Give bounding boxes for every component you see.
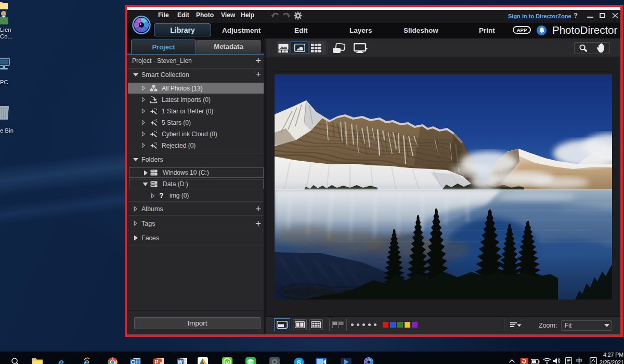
svg-text:W: W bbox=[178, 359, 183, 364]
svg-text:U: U bbox=[226, 360, 229, 364]
svg-text:S: S bbox=[297, 359, 302, 364]
svg-text:LINE: LINE bbox=[248, 361, 255, 364]
svg-text:P: P bbox=[155, 359, 159, 364]
